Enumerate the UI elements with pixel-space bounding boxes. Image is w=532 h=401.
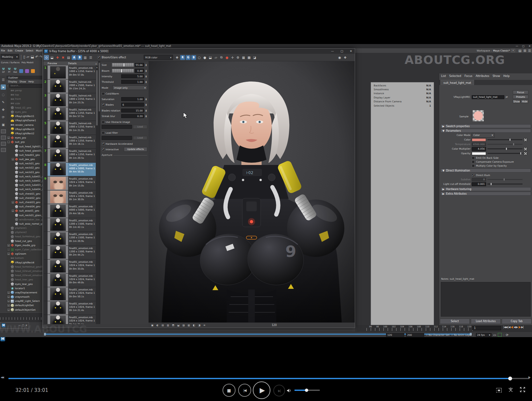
section-extra-attributes[interactable]: ▶Extra Attributes <box>440 192 531 196</box>
half2-icon[interactable]: ⬓ <box>177 323 180 327</box>
shelf-tab[interactable]: Curves / Surfaces <box>1 61 20 64</box>
bloom-field[interactable]: 0.48 <box>135 69 144 73</box>
final01_emotion.mb[interactable]: final01_emotion.mb1024 x 1024, frame 10h… <box>44 315 98 324</box>
clipboard-icon[interactable]: ⧉ <box>219 55 224 60</box>
expand-toggle-icon[interactable]: + <box>7 291 10 294</box>
stamp-icon[interactable]: ▩ <box>247 55 252 60</box>
playback-options-icon[interactable]: ▭ <box>493 333 496 337</box>
save-image-icon[interactable]: ⬓ <box>50 55 54 60</box>
bloom-glare-checkbox[interactable] <box>97 56 100 59</box>
attr-menu-item[interactable]: Focus <box>465 74 472 78</box>
outliner-item[interactable]: windbreaker_low_ge <box>7 217 43 222</box>
outliner-item[interactable]: top <box>7 93 43 97</box>
outliner-item[interactable]: head_forHelmut_geoD <box>7 265 43 269</box>
layers-icon[interactable]: ▤ <box>66 55 71 60</box>
time-slider-left[interactable] <box>0 312 43 322</box>
obstacle-load-button[interactable]: Load <box>133 125 147 129</box>
green-channel-icon[interactable]: G <box>186 55 191 60</box>
red-channel-icon[interactable]: R <box>180 55 185 60</box>
render-region-icon[interactable]: ⊙ <box>44 55 49 60</box>
layout-single-icon[interactable] <box>1 129 6 133</box>
color-multiplier-slider[interactable] <box>487 148 523 149</box>
scale-tool-icon[interactable]: ▣ <box>1 122 6 127</box>
attr-menu-item[interactable]: Show <box>493 74 500 78</box>
fullscreen-icon[interactable] <box>520 387 525 394</box>
final01_emotion.mb[interactable]: 1 final01_emotion.mb1000 x 1250, frame 1… <box>44 66 98 80</box>
menu-item[interactable]: File <box>1 49 5 52</box>
final01_helmet.mb[interactable]: 7 final01_helmet.mb1000 x 1250, frame 10… <box>44 149 98 163</box>
split-icon[interactable]: ◧ <box>192 323 196 327</box>
blue-channel-icon[interactable]: B <box>191 55 196 60</box>
layout-icon[interactable]: ⊞ <box>524 49 526 52</box>
attr-footer-button[interactable]: Select <box>440 319 470 324</box>
open-scene-icon[interactable]: ▱ <box>26 55 29 59</box>
filter-load-button[interactable]: Load <box>133 136 147 140</box>
outliner-item[interactable]: locator1 <box>7 286 43 290</box>
blades-field[interactable]: 6 <box>121 103 144 107</box>
expand-toggle-icon[interactable]: + <box>7 296 10 298</box>
color-mode-select[interactable]: Color▾ <box>472 133 495 138</box>
paint-select-tool-icon[interactable]: ✎ <box>1 99 6 105</box>
outliner-item[interactable]: VRayLightRect4 <box>7 260 43 265</box>
rewind-icon[interactable]: ◀◀ <box>1 376 3 379</box>
blades-checkbox[interactable] <box>102 103 105 106</box>
shelf-tab[interactable]: Poly Modeli <box>22 61 34 64</box>
anim-prefs-icon[interactable]: ⟳ <box>506 333 509 337</box>
outliner-item[interactable]: pSphere2 <box>7 230 43 234</box>
opacity-slider[interactable] <box>487 153 523 154</box>
outliner-item[interactable]: head_cut_geo <box>7 239 43 243</box>
maximize-icon[interactable]: ▢ <box>522 45 525 48</box>
final01_emotion.mb[interactable]: final01_emotion.mb1200 x 1500, frame 10h… <box>44 232 98 246</box>
step-back-key-button[interactable]: ◀| <box>511 326 513 329</box>
seek-bar[interactable] <box>8 378 530 379</box>
region-grid-icon[interactable]: ▦ <box>241 55 246 60</box>
half-icon[interactable]: ⬒ <box>171 323 175 327</box>
step-back-frame-button[interactable]: |◀ <box>508 326 510 329</box>
shelf-cube-purple-icon[interactable] <box>24 65 29 73</box>
outliner-item[interactable]: suit_chest01_geo <box>7 192 43 196</box>
sidebar-toggle-icon[interactable]: ▤ <box>518 49 521 52</box>
expand-toggle-icon[interactable]: - <box>7 141 10 143</box>
lens-scrollbar[interactable] <box>98 61 100 324</box>
outliner-item[interactable]: eyes_geo <box>7 110 43 114</box>
outliner-item[interactable]: + Xgen_modle_grp <box>7 243 43 247</box>
previous-button[interactable]: |◀ <box>238 384 251 397</box>
outliner-search-input[interactable] <box>9 84 43 88</box>
saturation-field[interactable]: 1.00 <box>121 97 144 101</box>
cutoff-slider[interactable] <box>487 184 523 185</box>
emit-back-checkbox[interactable] <box>472 156 475 159</box>
outliner-item[interactable]: VRayLightRect2 <box>7 131 43 136</box>
attr-menu-item[interactable]: Attributes <box>476 74 489 78</box>
opacity-texture-button[interactable] <box>524 152 527 155</box>
vfb-menu-icon[interactable]: ☰ <box>88 55 93 60</box>
subdivs-field[interactable]: 8 <box>472 178 486 182</box>
layout-outliner-icon[interactable] <box>1 148 6 152</box>
outliner-item[interactable]: head_02_geo <box>7 106 43 110</box>
final01_emotion.mb[interactable]: final01_emotion.mb1024 x 1024, frame 10h… <box>44 190 98 204</box>
final01_emotion.mb[interactable]: final01_emotion.mb1200 x 1500, frame 10h… <box>44 218 98 232</box>
fps-select[interactable]: 24 fps▾ <box>476 333 492 337</box>
time-slider[interactable]: 9698100102104106108110112114116118120 1 … <box>357 325 532 332</box>
volume-slider[interactable] <box>295 390 320 391</box>
attr-menu-item[interactable]: Selected <box>449 74 461 78</box>
temperature-field[interactable]: 6500.000 <box>472 142 486 146</box>
outliner-item[interactable]: suit_head_glass01_g <box>7 149 43 153</box>
vfb-close-icon[interactable]: ✕ <box>350 50 352 53</box>
character-set-select[interactable]: ≡No Character Set <box>426 334 450 336</box>
color-swatch[interactable] <box>472 138 486 141</box>
step-forward-key-button[interactable]: |▶ <box>518 326 521 329</box>
shelf-cp-icon[interactable]: ⚒CP <box>1 65 6 73</box>
filter-path-field[interactable] <box>102 136 132 140</box>
go-to-start-button[interactable]: |◀◀ <box>503 326 507 329</box>
expand-toggle-icon[interactable]: + <box>7 248 10 251</box>
outliner-item[interactable]: + suit_asso01_geo <box>7 209 43 213</box>
opacity-swatch[interactable] <box>472 152 486 155</box>
close-icon[interactable]: ✕ <box>528 45 531 48</box>
b-buffer-icon[interactable]: B <box>77 55 82 60</box>
outliner-item[interactable]: suit_neck01_geo <box>7 161 43 166</box>
compare-icon[interactable]: ▥ <box>83 55 88 60</box>
info-icon[interactable]: ▤ <box>161 323 165 327</box>
final01_emotion.mb[interactable]: 9 final01_emotion.mb1024 x 1024, frame 1… <box>44 176 98 190</box>
expand-toggle-icon[interactable]: + <box>7 304 10 306</box>
split2-icon[interactable]: ◨ <box>197 323 201 327</box>
